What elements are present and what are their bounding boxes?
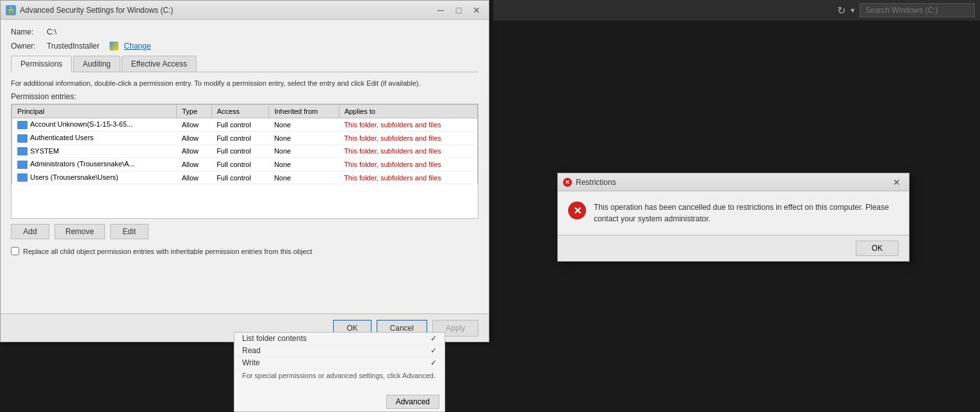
cell-type: Allow	[177, 158, 211, 171]
chevron-down-icon[interactable]: ▾	[851, 6, 854, 15]
table-row[interactable]: Account Unknown(S-1-15-3-65... Allow Ful…	[12, 118, 478, 132]
inherit-checkbox-row: Replace all child object permission entr…	[11, 247, 478, 255]
close-button[interactable]: ✕	[470, 3, 484, 17]
edit-button[interactable]: Edit	[110, 224, 149, 239]
cell-applies: This folder, subfolders and files	[339, 145, 477, 158]
cell-type: Allow	[177, 131, 211, 145]
restrictions-title: Restrictions	[576, 178, 890, 187]
change-owner-link[interactable]: Change	[124, 42, 151, 51]
folder-row-label: List folder contents	[242, 334, 307, 343]
restrictions-error-icon: ✕	[568, 202, 586, 219]
folder-panel-row: Write✓	[234, 357, 445, 369]
cell-inherited: None	[269, 145, 339, 158]
cell-access: Full control	[211, 145, 269, 158]
folder-row-label: Write	[242, 358, 260, 367]
remove-button[interactable]: Remove	[54, 224, 105, 239]
action-buttons: Add Remove Edit	[11, 224, 478, 239]
restrictions-dialog: ✕ Restrictions ✕ ✕ This operation has be…	[557, 173, 910, 262]
advanced-button[interactable]: Advanced	[386, 395, 439, 409]
tab-permissions[interactable]: Permissions	[11, 56, 72, 72]
dialog-title: Advanced Security Settings for Windows (…	[20, 6, 430, 15]
add-button[interactable]: Add	[11, 224, 49, 239]
folder-panel-row: Read✓	[234, 345, 445, 357]
cell-access: Full control	[211, 158, 269, 171]
restrictions-body: ✕ This operation has been cancelled due …	[558, 191, 909, 235]
table-row[interactable]: Users (Trousersnake\Users) Allow Full co…	[12, 171, 478, 184]
shield-icon	[110, 42, 118, 51]
owner-label: Owner:	[11, 42, 43, 51]
restrictions-ok-button[interactable]: OK	[856, 241, 899, 256]
section-label: Permission entries:	[11, 92, 478, 101]
info-text: For additional information, double-click…	[11, 79, 478, 88]
folder-panel: List folder contents✓Read✓Write✓ For spe…	[234, 332, 445, 412]
col-type: Type	[177, 105, 211, 118]
cell-type: Allow	[177, 145, 211, 158]
main-dialog-body: Name: C:\ Owner: TrustedInstaller Change…	[1, 20, 489, 263]
checkmark-icon: ✓	[430, 358, 437, 367]
name-label: Name:	[11, 28, 43, 36]
main-dialog-titlebar: 🔒 Advanced Security Settings for Windows…	[1, 1, 489, 20]
col-inherited: Inherited from	[269, 105, 339, 118]
restriction-message: This operation has been cancelled due to…	[594, 202, 899, 225]
inherit-checkbox[interactable]	[11, 247, 19, 255]
refresh-icon[interactable]: ↻	[837, 4, 845, 17]
tabs-container: Permissions Auditing Effective Access	[11, 56, 478, 72]
cell-inherited: None	[269, 171, 339, 184]
tab-auditing[interactable]: Auditing	[73, 56, 120, 72]
restrictions-error-icon-small: ✕	[563, 178, 572, 187]
checkmark-icon: ✓	[430, 346, 437, 355]
cell-principal: SYSTEM	[12, 145, 177, 158]
folder-row-label: Read	[242, 346, 261, 355]
cell-access: Full control	[211, 118, 269, 132]
taskbar-top: ↻ ▾	[493, 0, 980, 20]
folder-panel-note: For special permissions or advanced sett…	[234, 369, 445, 382]
cell-principal: Users (Trousersnake\Users)	[12, 171, 177, 184]
permission-table: Principal Type Access Inherited from App…	[12, 104, 478, 184]
cell-inherited: None	[269, 118, 339, 132]
cell-principal: Administrators (Trousersnake\A...	[12, 158, 177, 171]
restrictions-titlebar: ✕ Restrictions ✕	[558, 173, 909, 191]
cell-applies: This folder, subfolders and files	[339, 171, 477, 184]
col-access: Access	[211, 105, 269, 118]
inherit-label: Replace all child object permission entr…	[23, 248, 312, 255]
col-applies: Applies to	[339, 105, 477, 118]
cell-type: Allow	[177, 118, 211, 132]
tab-effective-access[interactable]: Effective Access	[122, 56, 197, 72]
table-row[interactable]: Administrators (Trousersnake\A... Allow …	[12, 158, 478, 171]
dialog-icon: 🔒	[6, 5, 16, 15]
owner-value: TrustedInstaller	[47, 42, 99, 51]
owner-row: Owner: TrustedInstaller Change	[11, 42, 478, 51]
maximize-button[interactable]: □	[452, 3, 466, 17]
cell-inherited: None	[269, 158, 339, 171]
cell-applies: This folder, subfolders and files	[339, 131, 477, 145]
folder-panel-advanced-area: Advanced	[386, 395, 439, 409]
main-security-dialog: 🔒 Advanced Security Settings for Windows…	[0, 0, 489, 342]
col-principal: Principal	[12, 105, 177, 118]
table-row[interactable]: SYSTEM Allow Full control None This fold…	[12, 145, 478, 158]
cell-access: Full control	[211, 171, 269, 184]
folder-panel-row: List folder contents✓	[234, 333, 445, 345]
cell-principal: Authenticated Users	[12, 131, 177, 145]
cell-access: Full control	[211, 131, 269, 145]
minimize-button[interactable]: ─	[434, 3, 448, 17]
cell-type: Allow	[177, 171, 211, 184]
name-value: C:\	[47, 28, 56, 36]
cell-principal: Account Unknown(S-1-15-3-65...	[12, 118, 177, 132]
restrictions-close-button[interactable]: ✕	[890, 175, 904, 189]
permission-table-container[interactable]: Principal Type Access Inherited from App…	[11, 104, 478, 219]
search-input[interactable]	[860, 3, 975, 17]
restrictions-footer: OK	[558, 235, 909, 261]
cell-inherited: None	[269, 131, 339, 145]
cell-applies: This folder, subfolders and files	[339, 118, 477, 132]
cell-applies: This folder, subfolders and files	[339, 158, 477, 171]
name-row: Name: C:\	[11, 28, 478, 36]
table-row[interactable]: Authenticated Users Allow Full control N…	[12, 131, 478, 145]
checkmark-icon: ✓	[430, 334, 437, 343]
